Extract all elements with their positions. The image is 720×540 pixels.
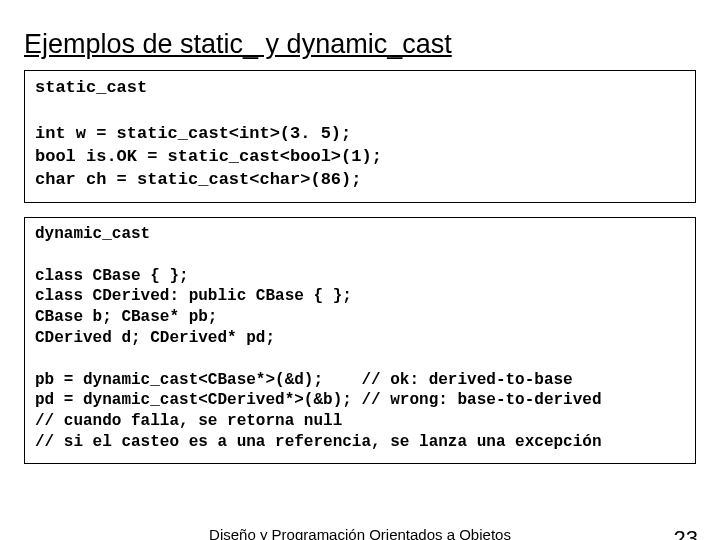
dynamic-cast-header: dynamic_cast	[35, 225, 150, 243]
static-cast-header: static_cast	[35, 78, 147, 97]
footer-text: Diseño y Programación Orientados a Objet…	[0, 526, 720, 540]
slide-title: Ejemplos de static_ y dynamic_cast	[24, 28, 696, 60]
static-cast-box: static_cast int w = static_cast<int>(3. …	[24, 70, 696, 203]
static-cast-code: int w = static_cast<int>(3. 5); bool is.…	[35, 124, 382, 189]
dynamic-cast-code-examples: pb = dynamic_cast<CBase*>(&d); // ok: de…	[35, 371, 602, 451]
dynamic-cast-box: dynamic_cast class CBase { }; class CDer…	[24, 217, 696, 464]
slide: Ejemplos de static_ y dynamic_cast stati…	[0, 0, 720, 540]
dynamic-cast-code-decls: class CBase { }; class CDerived: public …	[35, 267, 352, 347]
page-number: 23	[674, 526, 698, 540]
